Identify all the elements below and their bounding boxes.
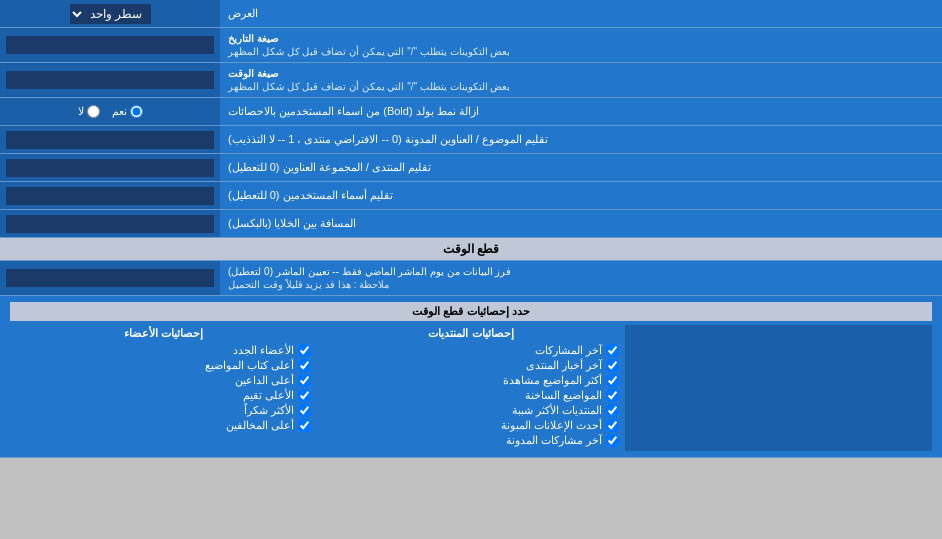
cell-spacing-label: المسافة بين الخلايا (بالبكسل) [228, 217, 357, 230]
member-stats-item-4: الأكثر شكراً [16, 404, 311, 417]
bold-remove-yes-option[interactable]: نعم [112, 105, 143, 118]
date-format-input[interactable]: d-m [6, 36, 214, 54]
forum-group-label: تقليم المنتدى / المجموعة العناوين (0 للت… [228, 161, 431, 174]
member-stats-item-5: أعلى المخالفين [16, 419, 311, 432]
cell-spacing-input[interactable]: 2 [6, 215, 214, 233]
username-trim-input[interactable]: 0 [6, 187, 214, 205]
member-stats-title: إحصائيات الأعضاء [16, 327, 311, 340]
time-cutoff-sublabel: ملاحظة : هذا قد يزيد قليلاً وقت التحميل [228, 278, 389, 291]
stats-item-0: آخر المشاركات [323, 344, 618, 357]
bold-remove-label: ازالة نمط بولد (Bold) من اسماء المستخدمي… [228, 105, 479, 118]
time-format-label: صيغة الوقت [228, 67, 278, 80]
time-cutoff-input[interactable]: 0 [6, 269, 214, 287]
forum-stats-title: إحصائيات المنتديات [323, 327, 618, 340]
stats-item-2: أكثر المواضيع مشاهدة [323, 374, 618, 387]
stats-item-4: المنتديات الأكثر شببة [323, 404, 618, 417]
member-stats-item-0: الأعضاء الجدد [16, 344, 311, 357]
date-format-sublabel: بعض التكوينات يتطلب "/" التي يمكن أن تضا… [228, 45, 510, 58]
bold-remove-no-option[interactable]: لا [78, 105, 100, 118]
stats-item-5: أحدث الإعلانات المبونة [323, 419, 618, 432]
date-format-label: صيغة التاريخ [228, 32, 278, 45]
stats-item-1: آخر أخبار المنتدى [323, 359, 618, 372]
member-stats-item-2: أعلى الداعين [16, 374, 311, 387]
username-trim-label: تقليم أسماء المستخدمين (0 للتعطيل) [228, 189, 393, 202]
display-dropdown[interactable]: سطر واحد [70, 4, 151, 24]
time-format-sublabel: بعض التكوينات يتطلب "/" التي يمكن أن تضا… [228, 80, 510, 93]
time-section-header: قطع الوقت [0, 238, 942, 261]
topic-subject-input[interactable]: 33 [6, 131, 214, 149]
time-format-input[interactable]: H:i [6, 71, 214, 89]
page-label: العرض [228, 7, 258, 20]
stats-title: حدد إحصائيات قطع الوقت [10, 302, 932, 321]
forum-group-input[interactable]: 33 [6, 159, 214, 177]
member-stats-item-3: الأعلى تقيم [16, 389, 311, 402]
topic-subject-label: تقليم الموضوع / العناوين المدونة (0 -- ا… [228, 133, 548, 146]
stats-item-6: آخر مشاركات المدونة [323, 434, 618, 447]
member-stats-item-1: أعلى كتاب المواضيع [16, 359, 311, 372]
time-cutoff-label: فرز البيانات من يوم الماشر الماضي فقط --… [228, 265, 511, 278]
stats-item-3: المواضيع الساخنة [323, 389, 618, 402]
